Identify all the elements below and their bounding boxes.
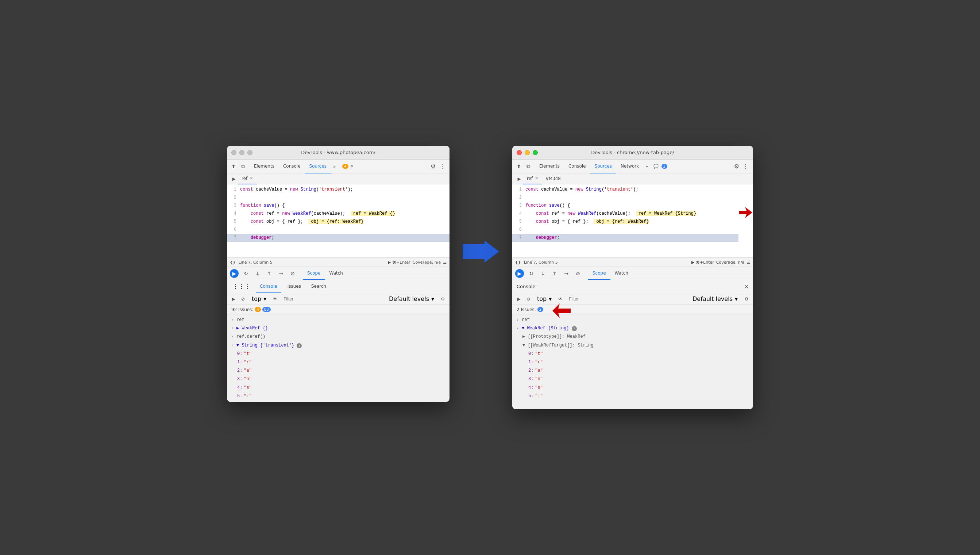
close-light[interactable] [231, 150, 237, 155]
run-button[interactable]: ▶ ⌘+Enter [388, 260, 411, 265]
resume-button[interactable]: ▶ [230, 269, 238, 278]
console-row-ref-input: › ref [227, 316, 449, 324]
watch-tab[interactable]: Watch [325, 267, 347, 280]
right-status-bar: {} Line 7, Column 5 ▶ ⌘+Enter Coverage: … [512, 257, 753, 267]
code-line-3: 3 function save() { [227, 202, 449, 210]
coverage-toggle[interactable]: ☰ [443, 260, 447, 265]
tab-console[interactable]: Console [279, 160, 305, 173]
info-icon: i [297, 343, 302, 348]
step-over-button[interactable]: ↻ [241, 269, 250, 278]
minimize-light[interactable] [239, 150, 245, 155]
coverage-toggle-r[interactable]: ☰ [747, 260, 750, 265]
cursor-position: Line 7, Column 5 [238, 260, 273, 265]
run-button-r[interactable]: ▶ ⌘+Enter [691, 260, 714, 265]
log-levels-selector-r[interactable]: Default levels ▾ [689, 293, 741, 305]
r-console-4: 4: "s" [512, 384, 753, 392]
deactivate-breakpoints-button[interactable]: ⊘ [288, 269, 297, 278]
tab-console-r[interactable]: Console [564, 160, 590, 173]
more-options-button[interactable]: ⋮ [438, 163, 447, 170]
right-devtools-tabbar: ⬆ ⧉ Elements Console Sources Network » 💬 [512, 160, 753, 173]
console-menu-button[interactable]: ⋮⋮⋮ [230, 280, 253, 293]
right-issues-bar: 2 Issues: 2 [512, 305, 753, 314]
file-tab-ref-r[interactable]: ref ✕ [523, 173, 542, 184]
console-filter-input[interactable] [281, 295, 384, 303]
console-row-4: 4: "s" [227, 384, 449, 392]
step-button[interactable]: → [277, 269, 285, 278]
r-console-prototype: ▶ [[Prototype]]: WeakRef [512, 333, 753, 341]
scope-tab[interactable]: Scope [303, 267, 325, 280]
console-settings-r[interactable]: ⚙ [743, 295, 750, 303]
console-tab-search[interactable]: Search [308, 280, 330, 293]
right-devtools-window: DevTools - chrome://new-tab-page/ ⬆ ⧉ El… [512, 146, 753, 409]
clear-console-button[interactable]: ▶ [230, 295, 237, 303]
r-console-row-weakref-expanded: ‹ ▼ WeakRef {String} i [512, 324, 753, 333]
layers-icon-r[interactable]: ⧉ [525, 163, 532, 170]
sidebar-toggle-icon-r[interactable]: ▶ [515, 175, 523, 183]
format-icon-r[interactable]: {} [515, 260, 521, 265]
clear-console-r[interactable]: ▶ [515, 295, 523, 303]
block-icon-r[interactable]: ⊘ [525, 295, 532, 303]
more-tabs-button[interactable]: » [331, 164, 338, 169]
console-tab-console[interactable]: Console [256, 280, 281, 293]
top-frame-selector-r[interactable]: top ▾ [534, 293, 555, 305]
deactivate-breakpoints-r[interactable]: ⊘ [574, 269, 582, 278]
tab-sources-r[interactable]: Sources [590, 160, 616, 173]
code-line-5: 5 const obj = { ref }; obj = {ref: WeakR… [227, 218, 449, 226]
format-icon[interactable]: {} [230, 260, 236, 265]
console-settings-button[interactable]: ⚙ [439, 295, 447, 303]
layers-icon[interactable]: ⧉ [239, 163, 247, 170]
left-issues-bar: 92 Issues: 4 88 [227, 305, 449, 314]
tab-sources[interactable]: Sources [305, 160, 331, 173]
eye-button-r[interactable]: 👁 [557, 295, 564, 303]
maximize-light-green[interactable] [533, 150, 538, 155]
console-row-0: 0: "t" [227, 350, 449, 358]
close-console-button[interactable]: ✕ [744, 284, 749, 290]
more-tabs-r[interactable]: » [643, 164, 650, 169]
console-row-deref: › ref.deref() [227, 333, 449, 341]
step-over-button-r[interactable]: ↻ [527, 269, 536, 278]
cursor-icon[interactable]: ⬆ [230, 163, 237, 170]
console-filter-input-r[interactable] [566, 295, 687, 303]
tab-network-r[interactable]: Network [616, 160, 643, 173]
console-row-2: 2: "a" [227, 367, 449, 375]
debug-panel-tabs-r: Scope Watch [588, 267, 633, 280]
settings-button[interactable]: ⚙ [428, 163, 438, 170]
settings-button-r[interactable]: ⚙ [732, 163, 742, 170]
close-tab-icon-r[interactable]: ✕ [535, 176, 538, 181]
scope-tab-r[interactable]: Scope [588, 267, 611, 280]
step-out-button[interactable]: ↑ [265, 269, 273, 278]
right-code-container: 1 const cacheValue = new String('transie… [512, 184, 753, 257]
close-light-red[interactable] [516, 150, 522, 155]
console-tab-issues[interactable]: Issues [284, 280, 305, 293]
more-options-button-r[interactable]: ⋮ [742, 163, 750, 170]
sidebar-toggle-icon[interactable]: ▶ [230, 175, 238, 183]
console-row-1: 1: "r" [227, 358, 449, 367]
right-window-wrapper: DevTools - chrome://new-tab-page/ ⬆ ⧉ El… [512, 146, 753, 409]
cursor-icon-r[interactable]: ⬆ [515, 163, 523, 170]
cursor-position-r: Line 7, Column 5 [524, 260, 558, 265]
block-icon[interactable]: ⊘ [239, 295, 247, 303]
log-levels-selector[interactable]: Default levels ▾ [386, 293, 437, 305]
minimize-light-yellow[interactable] [525, 150, 530, 155]
file-tab-ref[interactable]: ref ✕ [238, 173, 257, 184]
top-frame-selector[interactable]: top ▾ [249, 293, 269, 305]
r-console-row-ref-input: › ref [512, 316, 753, 324]
info-icon-r: i [572, 326, 577, 331]
red-arrow-code-annotation [739, 207, 752, 220]
resume-button-r[interactable]: ▶ [515, 269, 524, 278]
eye-button[interactable]: 👁 [272, 295, 279, 303]
right-console-titlebar: Console ✕ [512, 280, 753, 293]
step-into-button[interactable]: ↓ [253, 269, 262, 278]
r-console-3: 3: "n" [512, 375, 753, 383]
step-out-button-r[interactable]: ↑ [550, 269, 559, 278]
step-into-button-r[interactable]: ↓ [539, 269, 547, 278]
tab-elements[interactable]: Elements [249, 160, 279, 173]
file-tab-vm348[interactable]: VM348 [542, 173, 564, 184]
tab-elements-r[interactable]: Elements [535, 160, 564, 173]
maximize-light[interactable] [247, 150, 253, 155]
left-status-bar: {} Line 7, Column 5 ▶ ⌘+Enter Coverage: … [227, 257, 449, 267]
close-tab-icon[interactable]: ✕ [249, 176, 253, 181]
code-line-1: 1 const cacheValue = new String('transie… [227, 186, 449, 194]
step-button-r[interactable]: → [562, 269, 571, 278]
watch-tab-r[interactable]: Watch [611, 267, 633, 280]
